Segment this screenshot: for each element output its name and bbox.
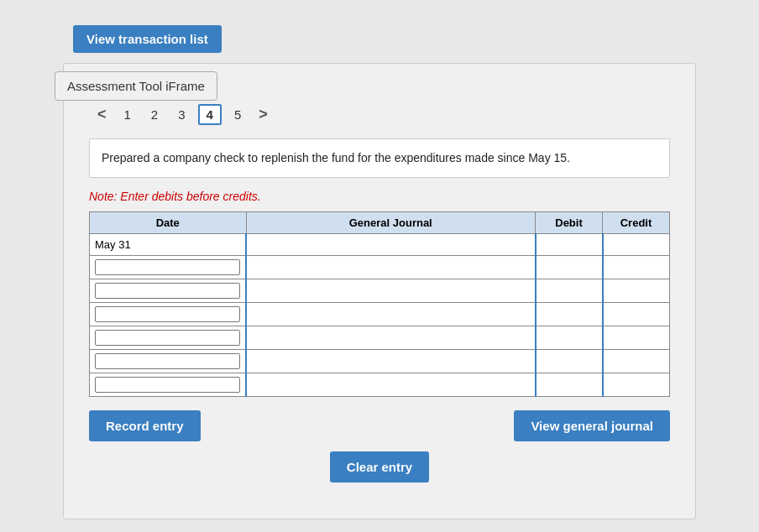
debit-input[interactable] — [537, 373, 602, 396]
col-header-date: Date — [90, 212, 247, 234]
gj-input[interactable] — [247, 234, 535, 255]
table-row — [90, 326, 670, 350]
description-box: Prepared a company check to replenish th… — [89, 138, 670, 178]
assessment-tooltip: Assessment Tool iFrame — [55, 71, 217, 101]
date-cell-6 — [90, 373, 247, 397]
debit-input[interactable] — [537, 234, 602, 255]
gj-input[interactable] — [247, 350, 535, 373]
table-row — [90, 279, 670, 303]
gj-cell-0[interactable] — [246, 234, 536, 256]
debit-input[interactable] — [537, 279, 602, 302]
gj-input[interactable] — [247, 373, 535, 396]
credit-input[interactable] — [604, 234, 670, 255]
credit-input[interactable] — [604, 303, 670, 326]
pagination: < 1 2 3 4 5 > — [92, 104, 670, 125]
debit-cell-4[interactable] — [536, 326, 603, 350]
table-row — [90, 303, 670, 326]
credit-cell-5[interactable] — [603, 350, 670, 373]
next-page-button[interactable]: > — [254, 104, 273, 125]
gj-cell-5[interactable] — [246, 350, 536, 373]
gj-cell-6[interactable] — [246, 373, 536, 397]
credit-cell-2[interactable] — [603, 279, 670, 303]
gj-cell-1[interactable] — [246, 256, 536, 279]
debit-cell-0[interactable] — [536, 234, 603, 256]
page-1[interactable]: 1 — [117, 105, 139, 124]
note-text: Note: Enter debits before credits. — [89, 190, 670, 203]
debit-cell-2[interactable] — [536, 279, 603, 303]
col-header-debit: Debit — [536, 212, 603, 234]
page-2[interactable]: 2 — [144, 105, 165, 124]
credit-cell-1[interactable] — [603, 256, 670, 279]
prev-page-button[interactable]: < — [92, 104, 112, 125]
date-cell-0: May 31 — [90, 234, 247, 256]
credit-input[interactable] — [604, 373, 670, 396]
gj-input[interactable] — [247, 326, 535, 349]
credit-cell-0[interactable] — [603, 234, 670, 256]
table-row — [90, 373, 670, 397]
debit-cell-6[interactable] — [536, 373, 603, 397]
page-3[interactable]: 3 — [170, 105, 192, 124]
page-5[interactable]: 5 — [227, 105, 249, 124]
credit-cell-4[interactable] — [603, 326, 670, 350]
secondary-btn-row: Clear entry — [89, 451, 670, 482]
clear-entry-button[interactable]: Clear entry — [330, 451, 429, 482]
gj-cell-2[interactable] — [246, 279, 536, 303]
credit-cell-3[interactable] — [603, 303, 670, 326]
credit-input[interactable] — [604, 326, 670, 349]
gj-input[interactable] — [247, 256, 535, 279]
credit-input[interactable] — [604, 350, 670, 373]
date-cell-1 — [90, 256, 247, 279]
credit-cell-6[interactable] — [603, 373, 670, 397]
gj-input[interactable] — [247, 303, 535, 326]
gj-cell-4[interactable] — [246, 326, 536, 350]
debit-cell-3[interactable] — [536, 303, 603, 326]
date-cell-3 — [90, 303, 247, 326]
credit-input[interactable] — [604, 279, 670, 302]
debit-cell-5[interactable] — [536, 350, 603, 373]
primary-btn-row: Record entry View general journal — [89, 410, 670, 441]
gj-input[interactable] — [247, 279, 535, 302]
table-row — [90, 350, 670, 373]
debit-input[interactable] — [537, 350, 602, 373]
debit-input[interactable] — [537, 326, 602, 349]
gj-cell-3[interactable] — [246, 303, 536, 326]
view-transaction-button[interactable]: View transaction list — [73, 25, 222, 53]
journal-table: Date General Journal Debit Credit May 31 — [89, 211, 670, 397]
date-cell-5 — [90, 350, 247, 373]
table-row: May 31 — [90, 234, 670, 256]
credit-input[interactable] — [604, 256, 670, 279]
col-header-gj: General Journal — [246, 212, 536, 234]
main-panel: eet < 1 2 3 4 5 > Prepared a company che… — [63, 63, 696, 519]
table-row — [90, 256, 670, 279]
page-4[interactable]: 4 — [198, 104, 222, 125]
date-cell-2 — [90, 279, 247, 303]
debit-input[interactable] — [537, 303, 602, 326]
debit-input[interactable] — [537, 256, 602, 279]
col-header-credit: Credit — [603, 212, 670, 234]
view-general-journal-button[interactable]: View general journal — [514, 410, 670, 441]
date-cell-4 — [90, 326, 247, 350]
record-entry-button[interactable]: Record entry — [89, 410, 201, 441]
debit-cell-1[interactable] — [536, 256, 603, 279]
